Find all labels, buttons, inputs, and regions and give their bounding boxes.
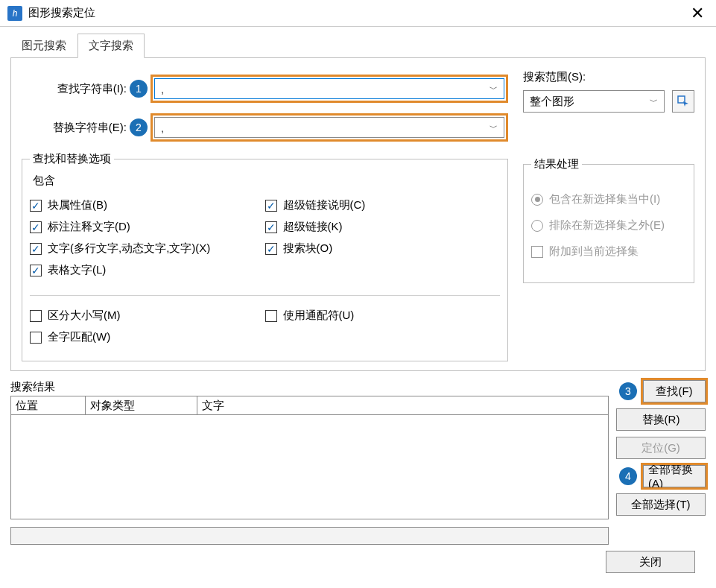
locate-button: 定位(G) bbox=[616, 437, 706, 459]
checkbox-append-selection bbox=[531, 246, 543, 258]
select-all-button[interactable]: 全部选择(T) bbox=[616, 493, 706, 516]
label-hyperlink-desc: 超级链接说明(C) bbox=[283, 198, 366, 212]
checkbox-dim-text[interactable] bbox=[30, 221, 42, 233]
chevron-down-icon: ﹀ bbox=[490, 83, 498, 95]
close-button[interactable]: 关闭 bbox=[606, 551, 695, 573]
find-string-combo[interactable]: , ﹀ bbox=[154, 78, 504, 99]
app-icon: h bbox=[7, 6, 22, 21]
titlebar: h 图形搜索定位 ✕ bbox=[0, 0, 716, 27]
label-match-case: 区分大小写(M) bbox=[48, 309, 121, 323]
callout-2: 2 bbox=[130, 118, 148, 136]
radio-include-selection bbox=[531, 194, 543, 206]
label-table-text: 表格文字(L) bbox=[48, 263, 106, 277]
scope-label: 搜索范围(S): bbox=[523, 70, 694, 84]
include-label: 包含 bbox=[33, 174, 500, 188]
replace-button[interactable]: 替换(R) bbox=[616, 408, 706, 431]
pick-objects-button[interactable] bbox=[672, 90, 694, 113]
label-wildcard: 使用通配符(U) bbox=[283, 309, 355, 323]
col-object-type[interactable]: 对象类型 bbox=[86, 396, 197, 414]
replace-string-label: 替换字符串(E): bbox=[22, 121, 130, 135]
find-string-value: , bbox=[161, 83, 490, 95]
replace-string-combo[interactable]: , ﹀ bbox=[154, 117, 504, 138]
checkbox-table-text[interactable] bbox=[30, 265, 42, 276]
close-icon[interactable]: ✕ bbox=[686, 5, 709, 22]
replace-all-button[interactable]: 全部替换(A) bbox=[643, 465, 706, 487]
label-append-selection: 附加到当前选择集 bbox=[549, 244, 639, 259]
result-handling-legend: 结果处理 bbox=[531, 157, 582, 171]
col-text[interactable]: 文字 bbox=[197, 396, 608, 414]
find-replace-options-group: 查找和替换选项 包含 块属性值(B) 标注注释文字(D) 文字(多行文字,动态文… bbox=[22, 152, 508, 361]
scope-combo[interactable]: 整个图形 ﹀ bbox=[523, 90, 665, 113]
tab-text-search[interactable]: 文字搜索 bbox=[77, 34, 145, 58]
tab-primitive-search[interactable]: 图元搜索 bbox=[10, 34, 77, 58]
label-block-attr: 块属性值(B) bbox=[48, 198, 107, 212]
window-title: 图形搜索定位 bbox=[28, 6, 95, 20]
label-dim-text: 标注注释文字(D) bbox=[48, 220, 130, 234]
chevron-down-icon: ﹀ bbox=[650, 96, 658, 107]
tab-bar: 图元搜索 文字搜索 bbox=[10, 33, 706, 58]
label-search-block: 搜索块(O) bbox=[283, 241, 333, 256]
checkbox-search-block[interactable] bbox=[265, 243, 277, 255]
options-legend: 查找和替换选项 bbox=[30, 152, 114, 166]
chevron-down-icon: ﹀ bbox=[490, 122, 498, 133]
radio-exclude-selection bbox=[531, 220, 543, 232]
label-whole-word: 全字匹配(W) bbox=[48, 330, 110, 344]
results-table-body[interactable] bbox=[10, 415, 609, 519]
label-text-types: 文字(多行文字,动态文字,文字)(X) bbox=[48, 241, 210, 256]
callout-3: 3 bbox=[619, 382, 637, 400]
checkbox-match-case[interactable] bbox=[30, 310, 42, 322]
label-exclude-selection: 排除在新选择集之外(E) bbox=[549, 218, 665, 233]
find-string-label: 查找字符串(I): bbox=[22, 82, 130, 96]
label-include-selection: 包含在新选择集当中(I) bbox=[549, 192, 660, 206]
status-bar bbox=[10, 527, 609, 545]
scope-value: 整个图形 bbox=[530, 95, 650, 109]
find-button[interactable]: 查找(F) bbox=[643, 380, 706, 402]
checkbox-text-types[interactable] bbox=[30, 243, 42, 255]
label-hyperlink: 超级链接(K) bbox=[283, 220, 343, 234]
col-position[interactable]: 位置 bbox=[11, 396, 86, 414]
result-handling-group: 结果处理 包含在新选择集当中(I) 排除在新选择集之外(E) 附加到当前选择集 bbox=[523, 157, 694, 283]
checkbox-wildcard[interactable] bbox=[265, 310, 277, 322]
checkbox-hyperlink-desc[interactable] bbox=[265, 200, 277, 212]
callout-1: 1 bbox=[130, 80, 148, 98]
callout-4: 4 bbox=[619, 467, 637, 485]
checkbox-whole-word[interactable] bbox=[30, 332, 42, 344]
replace-string-value: , bbox=[161, 121, 490, 134]
selection-icon bbox=[677, 95, 689, 107]
checkbox-block-attr[interactable] bbox=[30, 200, 42, 212]
results-table-header: 位置 对象类型 文字 bbox=[10, 396, 609, 415]
results-legend: 搜索结果 bbox=[10, 380, 609, 394]
checkbox-hyperlink[interactable] bbox=[265, 221, 277, 233]
